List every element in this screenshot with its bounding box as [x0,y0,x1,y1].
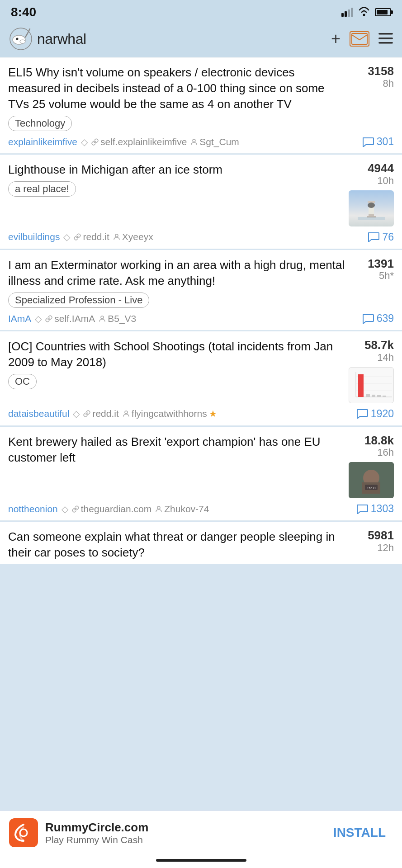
post-comments[interactable]: 1303 [356,503,394,515]
svg-point-3 [16,38,19,40]
comment-icon [362,137,374,147]
comment-count: 1920 [371,408,394,420]
post-domain: redd.it [74,231,109,242]
post-thumbnail: The O [349,462,394,498]
post-subreddit[interactable]: nottheonion [8,504,58,514]
svg-rect-8 [378,42,393,44]
post-age: 5h* [379,270,394,282]
post-score: 18.8k [364,434,394,447]
add-button[interactable]: + [331,29,341,48]
ad-install-button[interactable]: INSTALL [326,822,393,844]
status-icons [341,6,391,19]
post-author: Zhukov-74 [155,504,209,514]
svg-point-16 [115,234,118,237]
post-item[interactable]: [OC] Countries with School Shootings (to… [0,331,402,426]
svg-point-14 [368,203,375,208]
post-meta: evilbuildings ◇ redd.it Xyeeyx 76 [8,231,394,243]
link-icon [45,315,52,322]
svg-rect-18 [351,372,392,397]
post-comments[interactable]: 301 [362,136,394,148]
ad-banner[interactable]: RummyCircle.com Play Rummy Win Cash INST… [0,811,402,854]
mail-icon [351,33,368,45]
svg-rect-25 [366,394,370,397]
post-tag: a real place! [8,181,76,197]
comment-count: 76 [382,231,394,243]
battery-icon [375,8,391,16]
post-age: 16h [377,447,394,458]
post-top-row: I am an Exterminator working in an area … [8,257,394,308]
link-icon [72,505,79,513]
feed: ELI5 Why isn't volume on speakers / elec… [0,57,402,564]
svg-point-0 [363,14,365,16]
post-top-row: Lighthouse in Michigan after an ice stor… [8,162,394,226]
status-bar: 8:40 [0,0,402,23]
author-star-icon: ★ [209,408,217,419]
post-subreddit[interactable]: IAmA [8,313,31,324]
post-item[interactable]: ELI5 Why isn't volume on speakers / elec… [0,57,402,154]
post-item[interactable]: Kent brewery hailed as Brexit 'export ch… [0,427,402,521]
post-score-wrap: 4944 10h [358,162,394,187]
post-meta: nottheonion ◇ theguardian.com Zhukov-74 … [8,503,394,515]
post-comments[interactable]: 1920 [356,408,394,420]
author-text: Xyeeyx [122,231,153,242]
post-meta: IAmA ◇ self.IAmA B5_V3 639 [8,312,394,325]
svg-point-4 [20,40,25,43]
post-subreddit[interactable]: explainlikeimfive [8,137,77,147]
comment-icon [356,504,368,514]
user-icon [99,315,106,322]
post-score-wrap: 3158 8h [358,65,394,90]
svg-rect-26 [372,395,375,397]
svg-text:The O: The O [367,486,376,490]
post-age: 8h [383,78,394,90]
comment-count: 301 [377,136,394,148]
mail-button[interactable] [350,31,369,47]
post-score-wrap: 18.8k 16h [358,434,394,459]
post-tag: Specialized Profession - Live [8,292,149,308]
post-top-row: [OC] Countries with School Shootings (to… [8,339,394,403]
post-score: 3158 [368,65,394,78]
post-domain: redd.it [83,408,118,419]
svg-rect-6 [378,33,393,35]
app-header: narwhal + [0,23,402,57]
post-title: Lighthouse in Michigan after an ice stor… [8,162,339,178]
ad-icon [9,818,38,847]
post-comments[interactable]: 76 [368,231,394,243]
user-icon [190,138,198,146]
post-subreddit[interactable]: evilbuildings [8,231,60,242]
post-title: ELI5 Why isn't volume on speakers / elec… [8,65,348,112]
ad-text: RummyCircle.com Play Rummy Win Cash [45,821,319,845]
domain-text: self.IAmA [54,313,95,324]
post-domain: theguardian.com [72,504,151,514]
svg-rect-27 [377,395,381,397]
domain-text: redd.it [83,231,109,242]
logo-area: narwhal [9,27,326,51]
header-icons: + [331,29,393,48]
narwhal-logo [9,27,33,51]
post-title: Can someone explain what threat or dange… [8,529,348,561]
menu-button[interactable] [378,32,393,46]
author-text: Sgt_Cum [199,137,239,147]
post-comments[interactable]: 639 [362,312,394,325]
author-text: flyingcatwithhorns [132,408,207,419]
comment-icon [362,314,374,324]
post-item[interactable]: Can someone explain what threat or dange… [0,522,402,564]
post-author: Xyeeyx [113,231,153,242]
user-icon [113,233,120,241]
post-subreddit[interactable]: dataisbeautiful [8,408,69,419]
home-indicator-bar [0,852,402,868]
post-title: [OC] Countries with School Shootings (to… [8,339,339,370]
user-icon [123,410,130,417]
status-time: 8:40 [11,5,36,19]
post-item[interactable]: Lighthouse in Michigan after an ice stor… [0,155,402,249]
post-meta: explainlikeimfive ◇ self.explainlikeimfi… [8,136,394,148]
post-item[interactable]: I am an Exterminator working in an area … [0,250,402,330]
post-author: Sgt_Cum [190,137,239,147]
svg-rect-5 [352,33,367,44]
home-indicator [156,859,246,862]
post-thumbnail [349,190,394,226]
svg-point-29 [125,411,128,414]
comment-icon [368,232,379,242]
author-text: Zhukov-74 [164,504,209,514]
post-top-row: Can someone explain what threat or dange… [8,529,394,561]
svg-rect-7 [378,38,393,39]
